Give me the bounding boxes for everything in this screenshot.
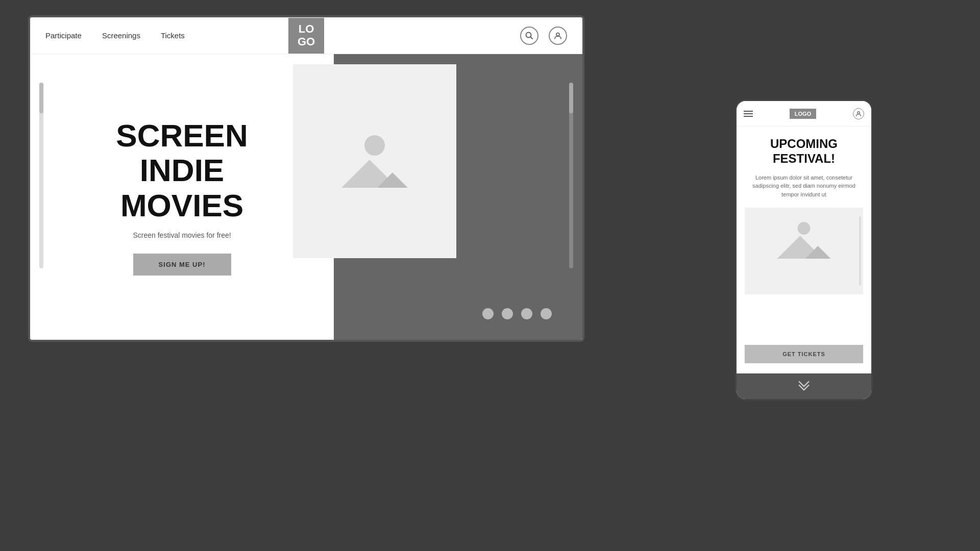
- carousel-dot-3[interactable]: [521, 308, 532, 319]
- scrollbar-right[interactable]: [569, 83, 573, 268]
- mobile-bottom-bar: [737, 373, 871, 399]
- nav-logo[interactable]: LOGO: [288, 18, 324, 54]
- nav-right: [520, 27, 567, 45]
- logo-box: LOGO: [288, 18, 324, 54]
- scrollbar-thumb-left: [39, 83, 43, 113]
- nav-left: Participate Screenings Tickets: [45, 31, 185, 40]
- scrollbar-left[interactable]: [39, 83, 43, 268]
- mobile-image-circle: [798, 222, 811, 235]
- scroll-down-icon[interactable]: [797, 378, 811, 394]
- scrollbar-thumb-right: [569, 83, 573, 113]
- hero-right: [334, 54, 582, 340]
- carousel-dot-4[interactable]: [541, 308, 552, 319]
- hero-left: SCREEN INDIE MOVIES Screen festival movi…: [30, 54, 334, 340]
- mobile-logo[interactable]: LOGO: [790, 109, 816, 119]
- hero-image-placeholder: [293, 64, 456, 258]
- carousel-dot-2[interactable]: [502, 308, 513, 319]
- mobile-title: UPCOMING FESTIVAL!: [770, 137, 838, 166]
- image-triangle-small: [377, 172, 408, 188]
- mobile-triangle-small: [805, 246, 831, 259]
- svg-line-1: [531, 37, 533, 39]
- carousel-dots: [482, 308, 552, 319]
- hamburger-line-1: [744, 111, 753, 112]
- nav-item-tickets[interactable]: Tickets: [161, 31, 185, 40]
- desktop-hero: SCREEN INDIE MOVIES Screen festival movi…: [30, 54, 582, 340]
- desktop-navbar: Participate Screenings Tickets LOGO: [30, 17, 582, 54]
- mobile-content: UPCOMING FESTIVAL! Lorem ipsum dolor sit…: [737, 127, 871, 373]
- svg-point-3: [857, 111, 860, 114]
- hamburger-line-3: [744, 116, 753, 117]
- carousel-dot-1[interactable]: [482, 308, 494, 319]
- mobile-description: Lorem ipsum dolor sit amet, consetetur s…: [745, 173, 863, 199]
- get-tickets-button[interactable]: GET TICKETS: [745, 345, 863, 363]
- hero-subtitle: Screen festival movies for free!: [133, 231, 231, 239]
- hero-title: SCREEN INDIE MOVIES: [116, 118, 248, 223]
- mobile-navbar: LOGO: [737, 101, 871, 127]
- image-circle: [364, 135, 385, 156]
- hamburger-icon[interactable]: [744, 111, 753, 117]
- hamburger-line-2: [744, 113, 753, 114]
- mobile-image-placeholder: [745, 208, 863, 294]
- search-icon[interactable]: [520, 27, 538, 45]
- svg-point-2: [556, 33, 559, 36]
- nav-item-participate[interactable]: Participate: [45, 31, 82, 40]
- desktop-screen: Participate Screenings Tickets LOGO: [30, 17, 582, 340]
- mobile-screen: LOGO UPCOMING FESTIVAL! Lorem ipsum dolo…: [737, 101, 871, 399]
- mobile-mockup: LOGO UPCOMING FESTIVAL! Lorem ipsum dolo…: [735, 99, 873, 400]
- image-icon: [341, 135, 408, 188]
- mobile-user-icon[interactable]: [853, 108, 864, 119]
- mobile-image-triangles: [777, 236, 831, 259]
- scene: Participate Screenings Tickets LOGO: [0, 0, 980, 551]
- nav-item-screenings[interactable]: Screenings: [102, 31, 140, 40]
- user-icon[interactable]: [549, 27, 567, 45]
- sign-me-up-button[interactable]: SIGN ME UP!: [133, 254, 231, 276]
- mobile-scrollbar[interactable]: [859, 216, 861, 286]
- desktop-mockup: Participate Screenings Tickets LOGO: [28, 15, 584, 342]
